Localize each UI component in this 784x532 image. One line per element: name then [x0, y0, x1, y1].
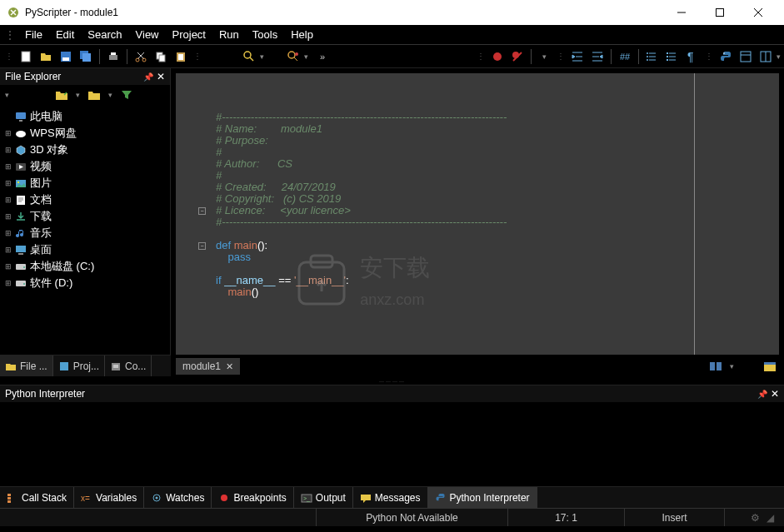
resize-grip-icon[interactable]: ◢ [767, 512, 774, 524]
bottom-tab-breakpoints[interactable]: Breakpoints [212, 487, 293, 508]
folder-button[interactable] [85, 86, 103, 104]
new-file-button[interactable] [17, 47, 35, 66]
tab-label: Proj... [73, 360, 99, 372]
tree-item[interactable]: ⊞WPS网盘 [3, 125, 167, 142]
split-button[interactable] [707, 357, 725, 375]
menu-edit[interactable]: Edit [49, 27, 81, 42]
sidebar-tab[interactable]: Co... [105, 355, 152, 376]
tree-item[interactable]: ⊞文档 [3, 191, 167, 208]
menu-tools[interactable]: Tools [246, 27, 284, 42]
maximize-button[interactable] [701, 0, 739, 25]
expand-icon[interactable]: ⊞ [3, 212, 13, 221]
folder-nav-button[interactable] [52, 86, 71, 104]
find-button[interactable] [240, 47, 258, 66]
record-button[interactable] [488, 47, 507, 66]
expand-icon[interactable]: ⊞ [3, 246, 13, 254]
expand-icon[interactable]: ⊞ [3, 146, 13, 154]
toolbar-overflow-icon[interactable]: » [320, 52, 325, 62]
copy-button[interactable] [152, 47, 170, 66]
paste-button[interactable] [172, 47, 190, 66]
cut-button[interactable] [132, 47, 150, 66]
menu-project[interactable]: Project [166, 27, 212, 42]
svg-rect-50 [60, 362, 68, 370]
list2-button[interactable] [663, 47, 682, 66]
bottom-tab-messages[interactable]: Messages [353, 487, 428, 508]
bottom-tab-variables[interactable]: x=Variables [74, 487, 144, 508]
tab-close-icon[interactable]: ✕ [226, 361, 233, 372]
svg-text:x=: x= [81, 494, 90, 503]
save-button[interactable] [57, 47, 75, 66]
statusbar: Python Not Available 17: 1 Insert ⚙ ◢ [0, 508, 784, 526]
tab-label: Co... [125, 360, 146, 372]
tab-label: File ... [20, 360, 47, 372]
tree-item[interactable]: ⊞桌面 [3, 241, 167, 258]
indent-button[interactable] [568, 47, 587, 66]
print-button[interactable] [104, 47, 122, 66]
svg-point-30 [723, 52, 725, 54]
status-message [0, 509, 317, 526]
close-button[interactable] [739, 0, 777, 25]
sidebar-tab[interactable]: Proj... [53, 355, 105, 376]
expand-icon[interactable]: ⊞ [3, 129, 13, 137]
expand-icon[interactable]: ⊞ [3, 196, 13, 204]
interpreter-body[interactable] [0, 402, 784, 486]
svg-text:¶: ¶ [687, 50, 694, 63]
menu-search[interactable]: Search [81, 27, 128, 42]
save-all-button[interactable] [77, 47, 95, 66]
tab-label: Call Stack [22, 492, 67, 504]
expand-icon[interactable]: ⊞ [3, 262, 13, 271]
filter-button[interactable] [117, 86, 136, 104]
find-replace-button[interactable] [284, 47, 302, 66]
splitter[interactable]: ⋯⋯⋯⋯ [0, 378, 784, 385]
svg-rect-31 [741, 52, 751, 62]
dedent-button[interactable] [588, 47, 607, 66]
menu-run[interactable]: Run [212, 27, 246, 42]
tree-item[interactable]: ⊞3D 对象 [3, 142, 167, 158]
gear-icon[interactable]: ⚙ [751, 512, 760, 524]
code-editor[interactable]: −− #------------------------------------… [176, 73, 779, 355]
tree-label: 此电脑 [30, 109, 62, 124]
close-panel-icon[interactable]: ✕ [771, 388, 779, 400]
layout2-button[interactable] [757, 47, 775, 66]
minimize-button[interactable] [662, 0, 701, 25]
tab-label: Breakpoints [233, 492, 286, 504]
pin-icon[interactable]: 📌 [757, 390, 767, 399]
menu-view[interactable]: View [129, 27, 166, 42]
python-button[interactable] [717, 47, 735, 66]
tree-item[interactable]: ⊞视频 [3, 158, 167, 175]
sidebar-tab[interactable]: File ... [0, 355, 53, 376]
bottom-tab-output[interactable]: >_Output [294, 487, 353, 508]
code-area[interactable]: #---------------------------------------… [209, 73, 779, 355]
bottom-tab-watches[interactable]: Watches [144, 487, 212, 508]
tree-item[interactable]: ⊞本地磁盘 (C:) [3, 258, 167, 275]
tree-item[interactable]: ⊞下载 [3, 208, 167, 225]
tree-item[interactable]: ⊞音乐 [3, 225, 167, 241]
expand-icon[interactable]: ⊞ [3, 162, 13, 171]
tree-item[interactable]: 此电脑 [3, 108, 167, 125]
close-panel-icon[interactable]: ✕ [157, 71, 165, 82]
tree-item[interactable]: ⊞图片 [3, 175, 167, 191]
paragraph-button[interactable]: ¶ [683, 47, 702, 66]
menu-file[interactable]: File [18, 27, 49, 42]
tree-item[interactable]: ⊞软件 (D:) [3, 275, 167, 291]
list1-button[interactable] [643, 47, 662, 66]
expand-icon[interactable]: ⊞ [3, 179, 13, 187]
expand-icon[interactable]: ⊞ [3, 229, 13, 237]
tab-icon: x= [81, 493, 92, 503]
window-button[interactable] [761, 357, 779, 375]
layout1-button[interactable] [737, 47, 755, 66]
open-file-button[interactable] [37, 47, 55, 66]
menu-help[interactable]: Help [284, 27, 320, 42]
pin-icon[interactable]: 📌 [143, 72, 153, 82]
bottom-tab-python-interpreter[interactable]: Python Interpreter [428, 487, 537, 508]
svg-rect-10 [109, 55, 117, 60]
comment-button[interactable]: ## [616, 47, 634, 66]
tree-label: 桌面 [30, 242, 52, 257]
stop-record-button[interactable] [508, 47, 527, 66]
bottom-tab-call-stack[interactable]: Call Stack [0, 487, 74, 508]
back-dropdown-icon[interactable]: ▾ [5, 91, 9, 99]
tab-icon [218, 493, 230, 503]
editor-tab-module1[interactable]: module1 ✕ [176, 358, 240, 375]
file-tree[interactable]: 此电脑⊞WPS网盘⊞3D 对象⊞视频⊞图片⊞文档⊞下载⊞音乐⊞桌面⊞本地磁盘 (… [0, 105, 170, 355]
expand-icon[interactable]: ⊞ [3, 279, 13, 287]
